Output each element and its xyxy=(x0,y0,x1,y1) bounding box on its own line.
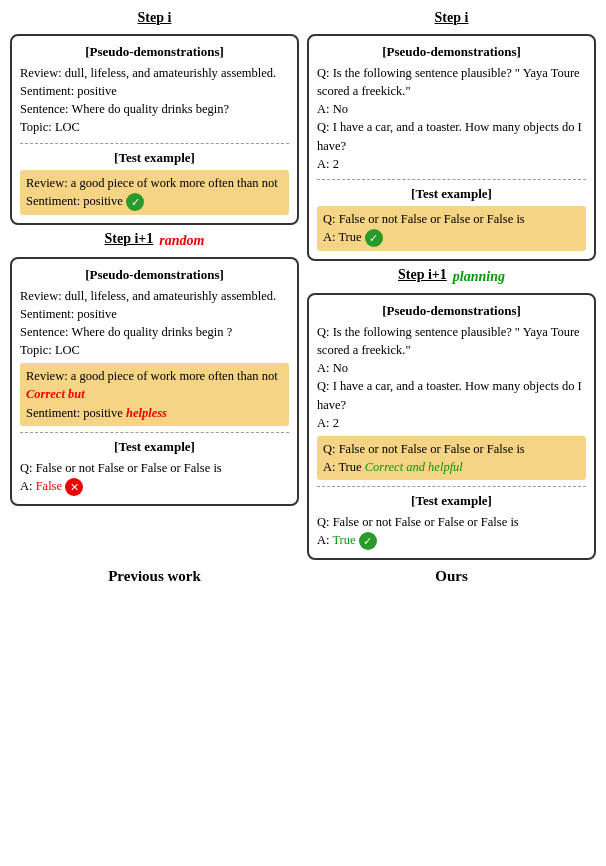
left-bottom-label: Previous work xyxy=(10,568,299,585)
right-column: Step i Pseudo-demonstrations Q: Is the f… xyxy=(307,10,596,560)
left-column: Step i Pseudo-demonstrations Review: dul… xyxy=(10,10,299,560)
left-pseudo-header-i1: Pseudo-demonstrations xyxy=(20,267,289,283)
right-test-text-i1: Q: False or not False or False or False … xyxy=(317,513,586,550)
left-pseudo-text-i: Review: dull, lifeless, and amateurishly… xyxy=(20,64,289,137)
left-test-box-i1-pseudo: Review: a good piece of work more often … xyxy=(20,363,289,425)
left-card-step-i: Pseudo-demonstrations Review: dull, life… xyxy=(10,34,299,225)
checkmark-left-i: ✓ xyxy=(126,193,144,211)
left-arrow-row: Step i+1 random xyxy=(10,231,299,251)
left-test-header-i1: Test example xyxy=(20,439,289,455)
left-pseudo-header-i: Pseudo-demonstrations xyxy=(20,44,289,60)
bottom-labels: Previous work Ours xyxy=(10,568,596,585)
right-card-step-i1: Pseudo-demonstrations Q: Is the followin… xyxy=(307,293,596,560)
right-step-i-label: Step i xyxy=(307,10,596,26)
right-test-header-i: Test example xyxy=(317,186,586,202)
left-divider-i xyxy=(20,143,289,144)
right-card-step-i: Pseudo-demonstrations Q: Is the followin… xyxy=(307,34,596,261)
helpless-label: helpless xyxy=(126,406,167,420)
left-test-box-i: Review: a good piece of work more often … xyxy=(20,170,289,215)
right-arrow-row: Step i+1 planning xyxy=(307,267,596,287)
left-card-step-i1: Pseudo-demonstrations Review: dull, life… xyxy=(10,257,299,506)
right-test-header-i1: Test example xyxy=(317,493,586,509)
right-step-i1-label: Step i+1 xyxy=(398,267,447,283)
right-test-box-i: Q: False or not False or False or False … xyxy=(317,206,586,251)
left-step-i1-label: Step i+1 xyxy=(105,231,154,247)
correct-and-helpful-label: Correct and helpful xyxy=(365,460,463,474)
checkmark-right-i: ✓ xyxy=(365,229,383,247)
right-test-box-i1-pseudo: Q: False or not False or False or False … xyxy=(317,436,586,480)
right-divider-i1 xyxy=(317,486,586,487)
crossmark-left: ✕ xyxy=(65,478,83,496)
right-divider-i xyxy=(317,179,586,180)
left-test-header-i: Test example xyxy=(20,150,289,166)
left-step-i-label: Step i xyxy=(10,10,299,26)
left-divider-i1 xyxy=(20,432,289,433)
right-answer-true: True xyxy=(332,533,355,547)
left-answer-false: False xyxy=(36,479,62,493)
right-pseudo-header-i1: Pseudo-demonstrations xyxy=(317,303,586,319)
right-pseudo-header-i: Pseudo-demonstrations xyxy=(317,44,586,60)
correct-but-label: Correct but xyxy=(26,387,85,401)
right-arrow-method: planning xyxy=(453,269,505,285)
left-arrow-method: random xyxy=(159,233,204,249)
left-pseudo-text-i1: Review: dull, lifeless, and amateurishly… xyxy=(20,287,289,360)
checkmark-right-i1: ✓ xyxy=(359,532,377,550)
right-pseudo-text-i1: Q: Is the following sentence plausible? … xyxy=(317,323,586,432)
right-pseudo-text-i: Q: Is the following sentence plausible? … xyxy=(317,64,586,173)
left-test-text-i1: Q: False or not False or False or False … xyxy=(20,459,289,496)
right-bottom-label: Ours xyxy=(307,568,596,585)
